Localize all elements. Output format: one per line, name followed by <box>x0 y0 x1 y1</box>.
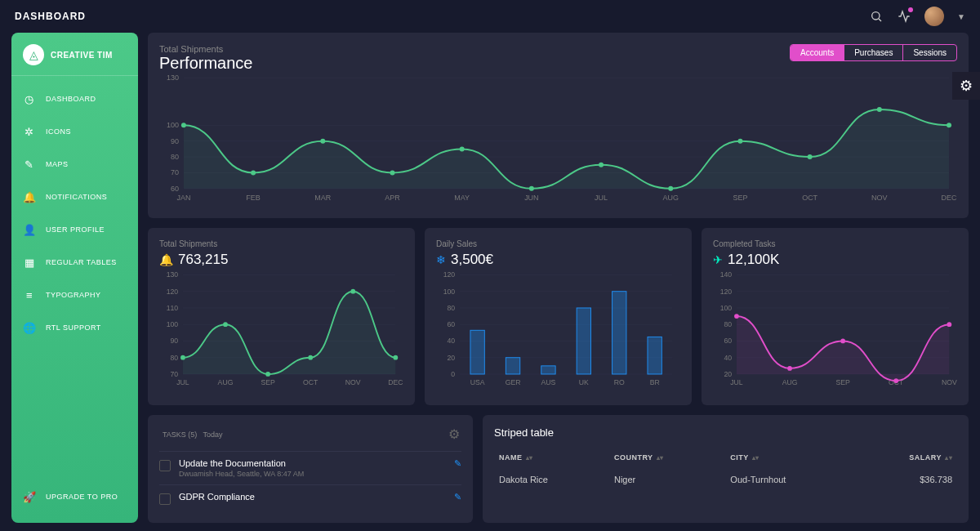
settings-gear-icon[interactable]: ⚙ <box>952 72 980 100</box>
svg-text:100: 100 <box>167 121 179 129</box>
card-subtitle: Completed Tasks <box>713 239 957 248</box>
activity-icon[interactable] <box>897 9 911 24</box>
nav-icon: ✲ <box>23 125 36 138</box>
svg-text:OCT: OCT <box>303 378 318 386</box>
svg-text:40: 40 <box>724 354 732 362</box>
svg-text:140: 140 <box>720 270 733 279</box>
svg-rect-78 <box>470 330 484 374</box>
sidebar-item-label: TYPOGRAPHY <box>46 291 101 299</box>
svg-text:DEC: DEC <box>388 378 403 386</box>
sidebar-item-notifications[interactable]: 🔔NOTIFICATIONS <box>11 181 138 213</box>
nav-icon: ≡ <box>23 288 36 301</box>
task-checkbox[interactable] <box>159 460 171 471</box>
svg-text:UK: UK <box>579 378 589 386</box>
tab-purchases[interactable]: Purchases <box>844 45 902 60</box>
tasks-card: TASKS (5) Today ⚙ Update the Documentati… <box>148 415 473 523</box>
sidebar: ◬ CREATIVE TIM ◷DASHBOARD✲ICONS✎MAPS🔔NOT… <box>11 33 138 523</box>
svg-text:OCT: OCT <box>802 194 817 202</box>
edit-icon[interactable]: ✎ <box>454 458 461 469</box>
gear-icon[interactable]: ⚙ <box>447 426 461 441</box>
svg-point-63 <box>393 355 398 360</box>
svg-text:60: 60 <box>447 320 455 328</box>
svg-point-112 <box>893 378 898 383</box>
task-checkbox[interactable] <box>159 493 171 505</box>
svg-text:120: 120 <box>443 270 456 279</box>
sidebar-item-regular-tables[interactable]: ▦REGULAR TABLES <box>11 246 138 279</box>
sidebar-item-rtl-support[interactable]: 🌐RTL SUPPORT <box>11 311 138 344</box>
avatar-caret-icon[interactable]: ▼ <box>957 12 965 21</box>
completed-chart: 20406080100120140JULAUGSEPOCTNOV <box>713 268 957 390</box>
cell-name: Dakota Rice <box>494 468 609 491</box>
nav-icon: ◷ <box>23 92 36 105</box>
bell-icon: 🔔 <box>159 253 173 266</box>
sidebar-item-user-profile[interactable]: 👤USER PROFILE <box>11 213 138 246</box>
svg-text:USA: USA <box>470 378 485 386</box>
sales-card: Daily Sales ❄3,500€ 020406080100120USAGE… <box>425 228 692 405</box>
edit-icon[interactable]: ✎ <box>454 492 461 502</box>
svg-text:60: 60 <box>171 185 179 193</box>
card-subtitle: Total Shipments <box>159 239 403 248</box>
svg-text:0: 0 <box>451 370 455 378</box>
svg-text:JUL: JUL <box>730 378 743 386</box>
svg-point-60 <box>265 372 270 377</box>
svg-text:NOV: NOV <box>345 378 361 386</box>
svg-text:JUL: JUL <box>176 378 189 386</box>
svg-point-37 <box>947 123 951 127</box>
svg-text:AUG: AUG <box>218 378 234 386</box>
nav-icon: 🔔 <box>23 190 36 203</box>
svg-rect-88 <box>648 337 662 374</box>
card-subtitle: Daily Sales <box>436 239 680 248</box>
column-header[interactable]: NAME▴▾ <box>494 447 609 468</box>
svg-rect-84 <box>577 308 590 374</box>
sidebar-item-dashboard[interactable]: ◷DASHBOARD <box>11 83 138 115</box>
tab-accounts[interactable]: Accounts <box>791 45 844 60</box>
svg-text:MAR: MAR <box>314 194 331 202</box>
sidebar-item-upgrade[interactable]: 🚀 UPGRADE TO PRO <box>11 480 138 513</box>
sort-icon: ▴▾ <box>526 456 533 460</box>
search-icon[interactable] <box>869 9 884 24</box>
svg-point-29 <box>390 170 394 175</box>
svg-point-113 <box>947 322 951 327</box>
svg-point-33 <box>668 186 673 191</box>
column-header[interactable]: CITY▴▾ <box>725 447 853 468</box>
svg-point-26 <box>181 123 186 127</box>
svg-text:SEP: SEP <box>835 378 850 386</box>
column-header[interactable]: SALARY▴▾ <box>853 447 957 468</box>
svg-point-34 <box>737 139 742 144</box>
performance-title: Performance <box>159 54 253 73</box>
svg-text:70: 70 <box>170 370 178 378</box>
svg-text:FEB: FEB <box>246 194 260 202</box>
sidebar-item-maps[interactable]: ✎MAPS <box>11 148 138 181</box>
cell-country: Niger <box>609 468 725 491</box>
table-row: Dakota RiceNigerOud-Turnhout$36.738 <box>494 468 957 491</box>
sidebar-item-label: UPGRADE TO PRO <box>46 493 118 501</box>
sidebar-item-label: MAPS <box>46 160 69 168</box>
svg-text:SEP: SEP <box>261 378 275 386</box>
svg-text:90: 90 <box>170 337 178 345</box>
svg-text:SEP: SEP <box>733 194 747 202</box>
nav-icon: ✎ <box>23 158 36 171</box>
notification-dot <box>908 7 913 12</box>
avatar[interactable] <box>924 7 944 26</box>
card-value: 763,215 <box>178 252 228 268</box>
sidebar-item-typography[interactable]: ≡TYPOGRAPHY <box>11 279 138 311</box>
sidebar-item-label: DASHBOARD <box>46 95 96 103</box>
svg-text:80: 80 <box>171 153 179 161</box>
sidebar-item-label: NOTIFICATIONS <box>46 193 107 201</box>
cell-city: Oud-Turnhout <box>725 468 853 491</box>
svg-point-109 <box>734 314 739 319</box>
svg-text:60: 60 <box>724 337 732 345</box>
svg-line-1 <box>879 19 881 21</box>
svg-text:120: 120 <box>720 288 733 296</box>
sidebar-item-icons[interactable]: ✲ICONS <box>11 115 138 148</box>
svg-point-0 <box>872 12 880 20</box>
svg-text:AUG: AUG <box>663 194 679 202</box>
tab-sessions[interactable]: Sessions <box>902 45 956 60</box>
column-header[interactable]: COUNTRY▴▾ <box>609 447 725 468</box>
svg-text:90: 90 <box>171 137 179 145</box>
tasks-title: TASKS (5) Today <box>159 429 222 439</box>
svg-text:20: 20 <box>447 354 455 362</box>
svg-text:AUG: AUG <box>782 378 798 386</box>
svg-text:80: 80 <box>447 304 455 312</box>
svg-text:20: 20 <box>724 370 732 378</box>
